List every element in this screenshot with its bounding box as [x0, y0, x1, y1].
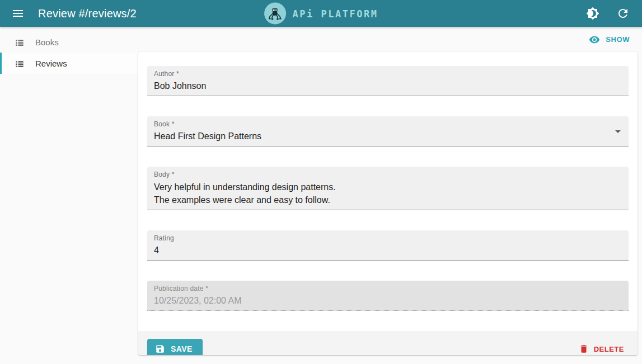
body-field-label: Body * [154, 171, 622, 178]
refresh-button[interactable] [615, 6, 631, 21]
rating-field-value: 4 [154, 244, 622, 257]
app-bar: Review #/reviews/2 APi PL [0, 0, 642, 27]
publication-date-field-value: 10/25/2023, 02:00 AM [154, 295, 622, 307]
show-button-label: SHOW [606, 35, 630, 44]
save-icon [155, 344, 165, 354]
save-button-label: SAVE [171, 344, 193, 353]
refresh-icon [616, 7, 630, 20]
api-platform-logo: APi PLATFORM [264, 3, 378, 25]
author-field-label: Author * [154, 70, 622, 78]
book-field-label: Book * [154, 120, 622, 128]
sidebar: Books Reviews [0, 27, 138, 364]
api-platform-mascot-icon [264, 3, 286, 25]
theme-toggle-button[interactable] [585, 6, 601, 21]
brightness-icon [586, 7, 599, 20]
sidebar-item-books[interactable]: Books [0, 31, 138, 53]
sidebar-item-reviews[interactable]: Reviews [0, 53, 138, 74]
main-content: SHOW Author * Bob Johnson Book * Head Fi… [138, 27, 642, 364]
save-button[interactable]: SAVE [147, 339, 203, 355]
book-select-field[interactable]: Book * Head First Design Patterns [147, 116, 629, 146]
eye-icon [589, 34, 600, 45]
publication-date-field: Publication date * 10/25/2023, 02:00 AM [147, 281, 629, 311]
book-field-value: Head First Design Patterns [154, 130, 622, 143]
body-field-value: Very helpful in understanding design pat… [154, 181, 622, 206]
author-field[interactable]: Author * Bob Johnson [147, 66, 629, 96]
edit-form-card: Author * Bob Johnson Book * Head First D… [138, 52, 638, 355]
show-button[interactable]: SHOW [583, 31, 635, 49]
page-title: Review #/reviews/2 [38, 7, 137, 20]
rating-field[interactable]: Rating 4 [147, 230, 629, 261]
menu-button[interactable] [9, 4, 27, 22]
publication-date-field-label: Publication date * [154, 285, 622, 292]
form-toolbar: SAVE DELETE [138, 331, 638, 355]
rating-field-label: Rating [154, 234, 622, 242]
trash-icon [579, 344, 589, 354]
body-field[interactable]: Body * Very helpful in understanding des… [147, 167, 629, 210]
list-icon [14, 58, 25, 69]
hamburger-icon [11, 7, 25, 20]
body-line-2: The examples were clear and easy to foll… [154, 193, 622, 206]
delete-button[interactable]: DELETE [574, 341, 629, 355]
sidebar-item-label: Reviews [35, 59, 67, 68]
api-platform-wordmark: APi PLATFORM [293, 8, 378, 19]
list-icon [14, 36, 25, 48]
body-line-1: Very helpful in understanding design pat… [154, 181, 622, 193]
sidebar-item-label: Books [35, 37, 59, 47]
delete-button-label: DELETE [594, 345, 624, 353]
chevron-down-icon [615, 130, 621, 133]
author-field-value: Bob Johnson [154, 80, 622, 92]
